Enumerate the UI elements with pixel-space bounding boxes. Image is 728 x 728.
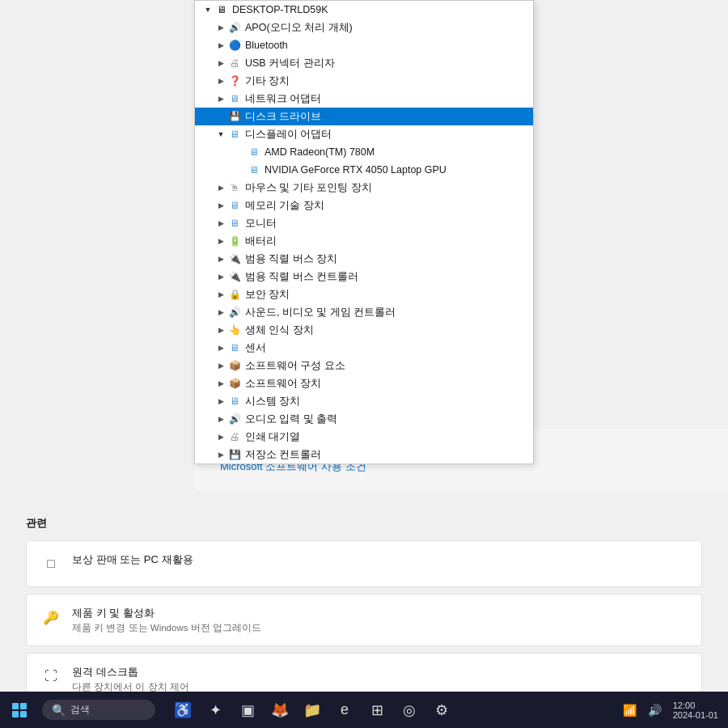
tree-item-apo[interactable]: ▶🔊APO(오디오 처리 개체) (195, 19, 533, 36)
tree-item-software-devices[interactable]: ▶📦소프트웨어 장치 (195, 375, 533, 392)
item-icon-biometric: 👆 (227, 323, 242, 337)
computer-root-item[interactable]: ▼ 🖥 DESKTOP-TRLD59K (195, 1, 533, 19)
tree-item-software-components[interactable]: ▶📦소프트웨어 구성 요소 (195, 357, 533, 375)
taskbar-search[interactable]: 🔍 검색 (42, 700, 155, 720)
item-label-security: 보안 장치 (245, 288, 290, 302)
tree-item-nvidia-rtx[interactable]: 🖥NVIDIA GeForce RTX 4050 Laptop GPU (195, 161, 533, 179)
item-label-sound: 사운드, 비디오 및 게임 컨트롤러 (245, 306, 396, 320)
related-item-product-key[interactable]: 🔑제품 키 및 활성화제품 키 변경 또는 Windows 버전 업그레이드 (26, 594, 702, 646)
network-tray-icon[interactable]: 📶 (620, 700, 640, 720)
item-icon-sensor: 🖥 (227, 341, 242, 355)
taskbar-app-firefox[interactable]: 🦊 (265, 696, 294, 725)
item-icon-monitor: 🖥 (227, 216, 242, 231)
tree-item-system-devices[interactable]: ▶🖥시스템 장치 (195, 392, 533, 410)
related-item-recycle[interactable]: □보상 판매 또는 PC 재활용 (26, 540, 702, 587)
tree-item-battery[interactable]: ▶🔋배터리 (195, 232, 533, 250)
expand-arrow-root: ▼ (201, 3, 214, 16)
related-section: 관련 □보상 판매 또는 PC 재활용🔑제품 키 및 활성화제품 키 변경 또는… (0, 500, 728, 692)
item-icon-battery: 🔋 (227, 234, 242, 248)
computer-icon: 🖥 (214, 2, 229, 17)
item-label-software-devices: 소프트웨어 장치 (245, 377, 321, 391)
item-label-bluetooth: Bluetooth (245, 40, 288, 51)
taskbar-app-settings[interactable]: ⚙ (427, 696, 456, 725)
item-icon-mouse-devices: 🖱 (227, 180, 242, 195)
related-items-container: □보상 판매 또는 PC 재활용🔑제품 키 및 활성화제품 키 변경 또는 Wi… (26, 540, 702, 692)
tree-item-printer[interactable]: ▶🖨인쇄 대기열 (195, 428, 533, 446)
tree-item-memory-tech[interactable]: ▶🖥메모리 기술 장치 (195, 197, 533, 214)
expand-arrow-printer: ▶ (214, 430, 227, 443)
tree-item-bluetooth[interactable]: ▶🔵Bluetooth (195, 36, 533, 54)
item-icon-software-components: 📦 (227, 358, 242, 373)
tree-item-disk-drive[interactable]: 💾디스크 드라이브 (195, 108, 533, 125)
tree-container: ▶🔊APO(오디오 처리 개체)▶🔵Bluetooth▶🖨USB 커넥터 관리자… (195, 19, 533, 463)
tree-item-sound[interactable]: ▶🔊사운드, 비디오 및 게임 컨트롤러 (195, 303, 533, 321)
tree-item-mouse-devices[interactable]: ▶🖱마우스 및 기타 포인팅 장치 (195, 179, 533, 197)
expand-arrow-sound: ▶ (214, 306, 227, 319)
tree-item-storage-controller[interactable]: ▶💾저장소 컨트롤러 (195, 446, 533, 463)
taskbar-app-terminal[interactable]: ▣ (233, 696, 262, 725)
tree-item-other-devices[interactable]: ▶❓기타 장치 (195, 72, 533, 90)
item-icon-storage-controller: 💾 (227, 447, 242, 462)
item-icon-nvidia-rtx: 🖥 (247, 163, 261, 177)
tree-item-display-adapter[interactable]: ▼🖥디스플레이 어댑터 (195, 125, 533, 143)
item-label-usb-manager: USB 커넥터 관리자 (245, 57, 335, 70)
item-icon-disk-drive: 💾 (227, 109, 242, 124)
taskbar-app-xbox[interactable]: ⊞ (362, 696, 392, 725)
related-text-remote-desktop: 원격 데스크톱다른 장치에서 이 장치 제어 (72, 665, 189, 692)
item-label-disk-drive: 디스크 드라이브 (245, 110, 321, 124)
clock-tray[interactable]: 12:002024-01-01 (670, 697, 722, 723)
item-label-monitor: 모니터 (245, 217, 277, 231)
item-icon-memory-tech: 🖥 (227, 198, 242, 213)
item-label-mouse-devices: 마우스 및 기타 포인팅 장치 (245, 181, 372, 195)
tree-item-serial-controller[interactable]: ▶🔌범용 직렬 버스 컨트롤러 (195, 268, 533, 286)
start-button[interactable] (6, 697, 32, 723)
related-title-product-key: 제품 키 및 활성화 (72, 606, 261, 620)
expand-arrow-serial-bus: ▶ (214, 252, 227, 265)
taskbar-apps: ♿✦▣🦊📁e⊞◎⚙ (168, 696, 456, 725)
tree-item-sensor[interactable]: ▶🖥센서 (195, 339, 533, 357)
item-label-storage-controller: 저장소 컨트롤러 (245, 448, 321, 462)
tree-item-amd-radeon[interactable]: 🖥AMD Radeon(TM) 780M (195, 143, 533, 161)
taskbar-app-star[interactable]: ✦ (201, 696, 230, 725)
taskbar-app-folder[interactable]: 📁 (298, 696, 327, 725)
taskbar-app-chrome[interactable]: ◎ (395, 696, 424, 725)
item-icon-display-adapter: 🖥 (227, 127, 242, 142)
search-label: 검색 (70, 703, 90, 717)
related-text-recycle: 보상 판매 또는 PC 재활용 (72, 552, 193, 569)
tree-item-network-adapter[interactable]: ▶🖥네트워크 어댑터 (195, 90, 533, 108)
volume-tray-icon[interactable]: 🔊 (645, 700, 665, 720)
related-subtitle-remote-desktop: 다른 장치에서 이 장치 제어 (72, 681, 189, 692)
expand-arrow-software-devices: ▶ (214, 377, 227, 390)
expand-arrow-storage-controller: ▶ (214, 448, 227, 461)
tree-item-monitor[interactable]: ▶🖥모니터 (195, 214, 533, 232)
expand-arrow-monitor: ▶ (214, 217, 227, 230)
expand-arrow-serial-controller: ▶ (214, 270, 227, 283)
expand-arrow-other-devices: ▶ (214, 74, 227, 87)
item-icon-serial-bus: 🔌 (227, 252, 242, 266)
tree-item-serial-bus[interactable]: ▶🔌범용 직렬 버스 장치 (195, 250, 533, 268)
expand-arrow-software-components: ▶ (214, 359, 227, 372)
item-label-audio-io: 오디오 입력 및 출력 (245, 413, 337, 426)
taskbar-app-edge[interactable]: e (330, 696, 359, 725)
expand-arrow-memory-tech: ▶ (214, 199, 227, 212)
tree-item-audio-io[interactable]: ▶🔊오디오 입력 및 출력 (195, 410, 533, 428)
tree-item-usb-manager[interactable]: ▶🖨USB 커넥터 관리자 (195, 54, 533, 72)
tree-item-security[interactable]: ▶🔒보안 장치 (195, 286, 533, 303)
related-item-remote-desktop[interactable]: ⛶원격 데스크톱다른 장치에서 이 장치 제어 (26, 653, 702, 692)
tree-item-biometric[interactable]: ▶👆생체 인식 장치 (195, 321, 533, 339)
expand-arrow-bluetooth: ▶ (214, 39, 227, 52)
related-title-recycle: 보상 판매 또는 PC 재활용 (72, 552, 193, 567)
item-icon-usb-manager: 🖨 (227, 56, 242, 70)
expand-arrow-system-devices: ▶ (214, 395, 227, 408)
item-label-biometric: 생체 인식 장치 (245, 324, 314, 337)
taskbar-system-tray: 📶 🔊 12:002024-01-01 (620, 697, 722, 723)
item-icon-software-devices: 📦 (227, 376, 242, 391)
item-label-display-adapter: 디스플레이 어댑터 (245, 128, 332, 142)
expand-arrow-security: ▶ (214, 288, 227, 301)
expand-arrow-apo: ▶ (214, 21, 227, 34)
taskbar-app-accessibility[interactable]: ♿ (168, 696, 197, 725)
expand-arrow-mouse-devices: ▶ (214, 181, 227, 194)
item-icon-apo: 🔊 (227, 20, 242, 35)
item-icon-audio-io: 🔊 (227, 412, 242, 426)
item-label-network-adapter: 네트워크 어댑터 (245, 92, 321, 106)
